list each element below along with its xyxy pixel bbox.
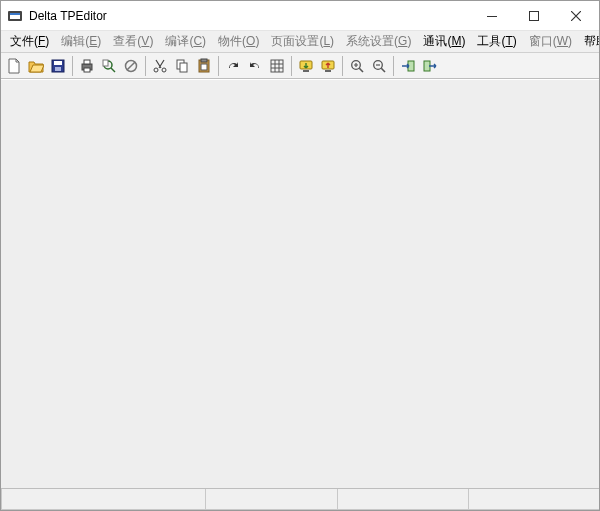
menu-file[interactable]: 文件(F) <box>5 31 54 52</box>
menu-page[interactable]: 页面设置(L) <box>266 31 339 52</box>
svg-line-12 <box>111 68 115 72</box>
tool-open[interactable] <box>25 55 47 77</box>
copy-icon <box>174 58 190 74</box>
tool-copy[interactable] <box>171 55 193 77</box>
menu-object[interactable]: 物件(O) <box>213 31 264 52</box>
menu-compile[interactable]: 编译(C) <box>160 31 211 52</box>
separator <box>291 56 292 76</box>
cut-icon <box>152 58 168 74</box>
tool-zoom-out[interactable] <box>368 55 390 77</box>
tool-download[interactable] <box>295 55 317 77</box>
tool-cut[interactable] <box>149 55 171 77</box>
menu-view[interactable]: 查看(V) <box>108 31 158 52</box>
window-title: Delta TPEditor <box>29 9 107 23</box>
svg-rect-13 <box>103 60 108 66</box>
tool-print[interactable] <box>76 55 98 77</box>
svg-rect-3 <box>487 16 497 17</box>
zoomin-icon <box>349 58 365 74</box>
separator <box>342 56 343 76</box>
status-cell-1 <box>1 489 206 510</box>
svg-rect-25 <box>303 70 309 72</box>
tool-zoom-in[interactable] <box>346 55 368 77</box>
download-icon <box>298 58 314 74</box>
import-icon <box>400 58 416 74</box>
tool-grid[interactable] <box>266 55 288 77</box>
svg-rect-23 <box>271 60 283 72</box>
open-icon <box>28 58 44 74</box>
tool-undo[interactable] <box>244 55 266 77</box>
svg-rect-6 <box>54 61 62 65</box>
minimize-button[interactable] <box>471 2 513 30</box>
print-icon <box>79 58 95 74</box>
tool-preview[interactable] <box>98 55 120 77</box>
svg-point-16 <box>154 68 158 72</box>
grid-icon <box>269 58 285 74</box>
tool-save[interactable] <box>47 55 69 77</box>
svg-rect-4 <box>530 11 539 20</box>
separator <box>393 56 394 76</box>
separator <box>145 56 146 76</box>
no-icon <box>123 58 139 74</box>
zoomout-icon <box>371 58 387 74</box>
menu-tools[interactable]: 工具(T) <box>472 31 521 52</box>
svg-rect-10 <box>84 68 90 72</box>
undo-icon <box>247 58 263 74</box>
close-button[interactable] <box>555 2 597 30</box>
tool-import[interactable] <box>397 55 419 77</box>
upload-icon <box>320 58 336 74</box>
maximize-button[interactable] <box>513 2 555 30</box>
paste-icon <box>196 58 212 74</box>
status-cell-4 <box>468 489 600 510</box>
tool-export[interactable] <box>419 55 441 77</box>
menubar: 文件(F) 编辑(E) 查看(V) 编译(C) 物件(O) 页面设置(L) 系统… <box>1 31 599 53</box>
tool-paste[interactable] <box>193 55 215 77</box>
statusbar <box>1 488 599 510</box>
svg-rect-9 <box>84 60 90 64</box>
svg-point-17 <box>162 68 166 72</box>
tool-disable[interactable] <box>120 55 142 77</box>
save-icon <box>50 58 66 74</box>
menu-help[interactable]: 帮助(H) <box>579 31 600 52</box>
tool-redo[interactable] <box>222 55 244 77</box>
client-area <box>1 79 599 488</box>
svg-rect-21 <box>201 59 207 62</box>
svg-rect-2 <box>10 13 20 15</box>
tool-upload[interactable] <box>317 55 339 77</box>
svg-rect-27 <box>325 70 331 72</box>
separator <box>72 56 73 76</box>
svg-line-15 <box>127 62 135 70</box>
preview-icon <box>101 58 117 74</box>
menu-window[interactable]: 窗口(W) <box>524 31 577 52</box>
svg-rect-22 <box>201 64 207 70</box>
tool-new[interactable] <box>3 55 25 77</box>
menu-system[interactable]: 系统设置(G) <box>341 31 416 52</box>
export-icon <box>422 58 438 74</box>
svg-rect-19 <box>180 63 187 72</box>
svg-rect-7 <box>55 67 61 71</box>
separator <box>218 56 219 76</box>
titlebar: Delta TPEditor <box>1 1 599 31</box>
svg-line-29 <box>359 68 363 72</box>
menu-edit[interactable]: 编辑(E) <box>56 31 106 52</box>
svg-line-31 <box>381 68 385 72</box>
menu-comm[interactable]: 通讯(M) <box>418 31 470 52</box>
status-cell-3 <box>337 489 469 510</box>
redo-icon <box>225 58 241 74</box>
toolbar <box>1 53 599 79</box>
new-icon <box>6 58 22 74</box>
status-cell-2 <box>205 489 337 510</box>
app-icon <box>7 8 23 24</box>
